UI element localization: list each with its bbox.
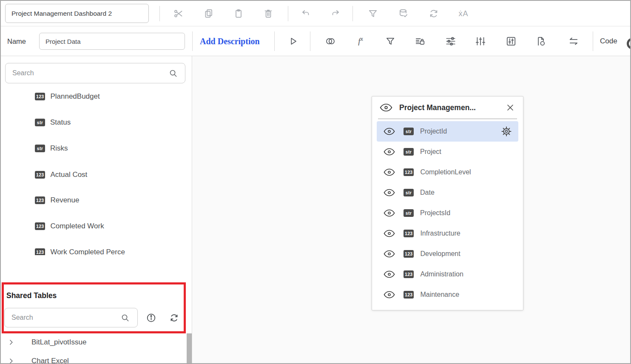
filter-icon[interactable] <box>364 5 381 22</box>
eye-icon[interactable] <box>384 188 395 197</box>
shared-table-label: BitLat_pivotIssue <box>31 338 86 347</box>
file-status-icon[interactable] <box>532 33 549 50</box>
code-toggle-label[interactable]: Code <box>600 26 617 56</box>
panel-field-row[interactable]: str Date <box>377 182 518 203</box>
field-item[interactable]: 123PlannedBudget <box>35 90 100 103</box>
field-label: Status <box>50 118 71 127</box>
string-type-badge: str <box>404 189 414 196</box>
shared-table-item[interactable]: BitLat_pivotIssue <box>7 336 86 349</box>
field-item[interactable]: 123Completed Work <box>35 220 104 233</box>
divider <box>378 119 517 119</box>
refresh-icon[interactable] <box>425 5 442 22</box>
gear-icon[interactable] <box>501 126 512 136</box>
field-label: Completed Work <box>50 222 104 230</box>
delete-icon[interactable] <box>260 5 277 22</box>
panel-field-row[interactable]: str ProjectsId <box>377 203 518 223</box>
search-icon[interactable] <box>168 68 178 78</box>
eye-icon[interactable] <box>384 270 395 279</box>
numeric-type-badge: 123 <box>35 222 45 230</box>
field-item[interactable]: 123Revenue <box>35 194 79 207</box>
eye-icon[interactable] <box>380 103 392 112</box>
panel-field-list: str ProjectId str Project 123 Completion… <box>372 121 523 305</box>
preview-play-icon[interactable] <box>284 33 301 50</box>
shared-tables-search-input[interactable] <box>5 308 137 327</box>
divider <box>593 31 593 51</box>
panel-field-label: ProjectId <box>420 128 447 135</box>
horizontal-sliders-icon[interactable] <box>442 33 459 50</box>
panel-field-label: Development <box>420 250 460 258</box>
paste-icon[interactable] <box>230 5 247 22</box>
eye-icon[interactable] <box>384 229 395 238</box>
string-type-badge: str <box>404 209 414 217</box>
data-source-name-input[interactable] <box>39 33 185 50</box>
eye-icon[interactable] <box>384 250 395 258</box>
numeric-type-badge: 123 <box>35 93 45 100</box>
panel-field-row[interactable]: str Project <box>377 142 518 162</box>
numeric-type-badge: 123 <box>404 168 414 176</box>
eye-icon[interactable] <box>384 290 395 299</box>
panel-field-row[interactable]: 123 Administration <box>377 264 518 284</box>
divider <box>352 6 353 21</box>
sidebar-scrollbar-thumb[interactable] <box>187 333 192 363</box>
fields-sidebar: 123PlannedBudget strStatus strRisks 123A… <box>1 56 192 363</box>
chevron-right-icon[interactable] <box>7 357 15 364</box>
panel-field-row[interactable]: str ProjectId <box>377 121 518 142</box>
copy-icon[interactable] <box>200 5 217 22</box>
translate-icon[interactable]: ẋA <box>455 5 472 22</box>
shared-tables-search <box>4 308 138 327</box>
vertical-sliders-icon[interactable] <box>472 33 489 50</box>
add-description-link[interactable]: Add Description <box>200 26 260 56</box>
numeric-type-badge: 123 <box>35 248 45 255</box>
table-fields-panel: Project Managemen... str ProjectId str P… <box>372 96 523 310</box>
search-icon[interactable] <box>120 313 130 323</box>
database-check-icon[interactable] <box>395 5 412 22</box>
string-type-badge: str <box>404 148 414 156</box>
swap-icon[interactable] <box>565 33 582 50</box>
panel-field-row[interactable]: 123 CompletionLevel <box>377 162 518 182</box>
shared-tables-title: Shared Tables <box>6 291 57 300</box>
field-item[interactable]: strStatus <box>35 116 71 129</box>
fields-search-input[interactable] <box>6 63 185 83</box>
numeric-type-badge: 123 <box>404 250 414 258</box>
name-label: Name <box>7 26 26 56</box>
panel-field-label: Date <box>420 189 435 196</box>
field-item[interactable]: 123Work Completed Perce <box>35 246 125 255</box>
eye-icon[interactable] <box>384 168 395 176</box>
redo-icon[interactable] <box>327 5 344 22</box>
join-icon[interactable] <box>322 33 339 50</box>
eye-icon[interactable] <box>384 127 395 136</box>
info-icon[interactable] <box>145 312 157 324</box>
panel-field-row[interactable]: 123 Infrastructure <box>377 223 518 244</box>
locked-list-icon[interactable] <box>412 33 429 50</box>
boxed-sliders-icon[interactable] <box>503 33 520 50</box>
shared-table-item[interactable]: Chart Excel <box>7 355 69 364</box>
top-toolbar: ẋA <box>1 1 630 26</box>
panel-field-row[interactable]: 123 Maintenance <box>377 284 518 305</box>
dashboard-title-input[interactable] <box>5 4 149 23</box>
panel-field-row[interactable]: 123 Development <box>377 244 518 264</box>
divider <box>274 31 275 51</box>
panel-field-label: ProjectsId <box>420 209 450 217</box>
divider <box>159 6 160 21</box>
string-type-badge: str <box>404 128 414 135</box>
filter-icon[interactable] <box>382 33 399 50</box>
data-toolbar: Name Add Description fx Code <box>1 26 630 56</box>
function-icon[interactable]: fx <box>352 33 369 50</box>
panel-field-label: Project <box>420 148 441 156</box>
chevron-right-icon[interactable] <box>7 338 15 347</box>
undo-icon[interactable] <box>297 5 314 22</box>
refresh-icon[interactable] <box>168 312 180 324</box>
cut-icon[interactable] <box>170 5 187 22</box>
field-item[interactable]: strRisks <box>35 142 68 155</box>
field-label: PlannedBudget <box>50 92 99 101</box>
fields-search <box>5 63 185 83</box>
field-item[interactable]: 123Actual Cost <box>35 168 87 181</box>
eye-icon[interactable] <box>384 209 395 217</box>
divider <box>310 31 310 51</box>
panel-field-label: Administration <box>420 270 463 278</box>
close-icon[interactable] <box>505 102 515 113</box>
eye-icon[interactable] <box>384 148 395 156</box>
field-label: Revenue <box>50 196 79 205</box>
field-list: 123PlannedBudget strStatus strRisks 123A… <box>1 88 186 255</box>
panel-field-label: CompletionLevel <box>420 168 471 176</box>
